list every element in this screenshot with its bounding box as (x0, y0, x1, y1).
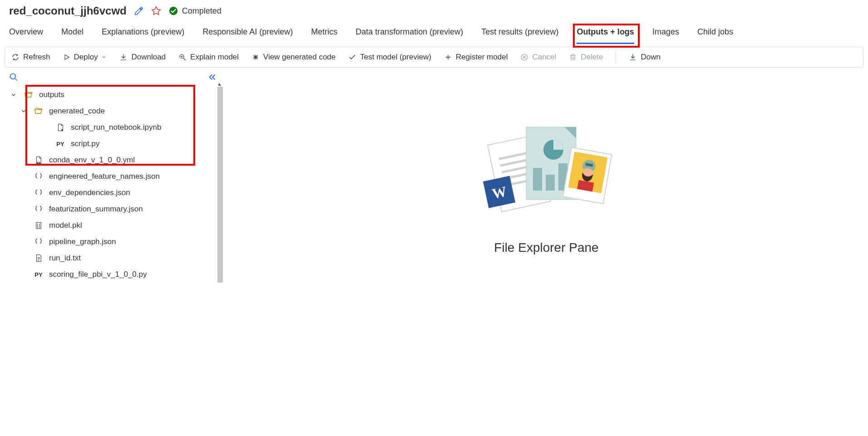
download-all-button[interactable]: Down (629, 53, 660, 62)
tree-label: engineered_feature_names.json (49, 172, 160, 181)
svg-point-16 (10, 74, 16, 79)
svg-rect-21 (36, 222, 41, 229)
test-model-button[interactable]: Test model (preview) (348, 53, 431, 62)
star-icon[interactable] (151, 6, 161, 16)
svg-rect-39 (546, 175, 555, 191)
tree-file-model[interactable]: model.pkl (0, 217, 225, 234)
tree-file-scoring[interactable]: PY scoring_file_pbi_v_1_0_0.py (0, 266, 225, 283)
file-tree-sidebar: ▲ outputs generated_code script_run_no (0, 68, 225, 283)
main-content: W (225, 68, 868, 283)
tree-file-scriptpy[interactable]: PY script.py (0, 136, 225, 152)
svg-marker-0 (152, 7, 160, 15)
job-header: red_coconut_jjh6vcwd Completed (0, 0, 868, 22)
download-button[interactable]: Download (119, 53, 166, 62)
svg-line-17 (15, 78, 17, 80)
collapse-panel-icon[interactable] (207, 72, 217, 82)
tree-folder-outputs[interactable]: outputs (0, 87, 225, 103)
toolbar-divider (616, 51, 616, 64)
tree-label: run_id.txt (49, 254, 81, 263)
json-icon (34, 205, 44, 214)
folder-open-icon (24, 90, 34, 99)
tree-file-pipeline[interactable]: pipeline_graph.json (0, 234, 225, 250)
tab-images[interactable]: Images (652, 27, 679, 43)
refresh-button[interactable]: Refresh (11, 53, 50, 62)
tree-file-env-dep[interactable]: env_dependencies.json (0, 185, 225, 201)
main-title: File Explorer Pane (494, 240, 598, 255)
tree-label: scoring_file_pbi_v_1_0_0.py (49, 270, 147, 279)
py-file-icon: PY (34, 271, 44, 278)
toolbar: Refresh Deploy Download Explain model Vi… (5, 47, 863, 68)
file-icon (34, 156, 44, 164)
svg-point-19 (37, 162, 38, 163)
svg-point-18 (61, 129, 63, 131)
tree-label: pipeline_graph.json (49, 237, 116, 246)
tab-overview[interactable]: Overview (9, 27, 43, 43)
view-generated-code-button[interactable]: View generated code (252, 53, 335, 62)
tree-label: model.pkl (49, 221, 82, 230)
file-notebook-icon (55, 123, 65, 132)
tree-label: script_run_notebook.ipynb (71, 123, 161, 132)
tree-label: env_dependencies.json (49, 188, 130, 197)
delete-button: Delete (569, 53, 603, 62)
folder-open-icon (34, 107, 44, 116)
tab-outputs-logs[interactable]: Outputs + logs (577, 27, 634, 43)
deploy-button[interactable]: Deploy (63, 53, 107, 62)
search-icon[interactable] (9, 73, 18, 82)
tab-explanations[interactable]: Explanations (preview) (102, 27, 184, 43)
file-explorer-illustration: W (474, 122, 619, 227)
status-text: Completed (182, 6, 222, 16)
explain-model-button[interactable]: Explain model (178, 53, 239, 62)
binary-file-icon (34, 221, 44, 230)
tree-file-notebook[interactable]: script_run_notebook.ipynb (0, 119, 225, 136)
register-model-button[interactable]: Register model (444, 53, 508, 62)
status-badge: Completed (168, 6, 222, 16)
chevron-down-icon (101, 54, 107, 60)
scrollbar-thumb[interactable] (217, 87, 223, 283)
edit-icon[interactable] (134, 6, 144, 16)
tree-file-runid[interactable]: run_id.txt (0, 250, 225, 266)
tree-folder-generated-code[interactable]: generated_code (0, 103, 225, 119)
json-icon (34, 172, 44, 181)
svg-point-20 (39, 162, 40, 163)
json-icon (34, 188, 44, 197)
tree-label: generated_code (49, 107, 105, 116)
tab-metrics[interactable]: Metrics (311, 27, 337, 43)
text-file-icon (34, 254, 44, 262)
py-file-icon: PY (55, 141, 65, 147)
tab-data-transformation[interactable]: Data transformation (preview) (355, 27, 463, 43)
file-tree: ▲ outputs generated_code script_run_no (0, 85, 225, 283)
tree-file-feat-sum[interactable]: featurization_summary.json (0, 201, 225, 217)
tab-responsible-ai[interactable]: Responsible AI (preview) (202, 27, 293, 43)
svg-line-4 (183, 58, 186, 60)
job-title: red_coconut_jjh6vcwd (9, 5, 127, 17)
tree-label: featurization_summary.json (49, 205, 143, 214)
tree-file-conda[interactable]: conda_env_v_1_0_0.yml (0, 152, 225, 168)
tab-bar: Overview Model Explanations (preview) Re… (0, 22, 868, 43)
svg-marker-2 (65, 55, 69, 60)
tab-model[interactable]: Model (61, 27, 84, 43)
tree-label: script.py (71, 139, 99, 148)
svg-rect-38 (533, 168, 542, 191)
tree-file-eng-feat[interactable]: engineered_feature_names.json (0, 168, 225, 185)
tree-label: conda_env_v_1_0_0.yml (49, 156, 135, 165)
cancel-button: Cancel (520, 53, 556, 62)
tree-label: outputs (39, 90, 64, 99)
scroll-up-icon[interactable]: ▲ (217, 81, 222, 87)
tab-child-jobs[interactable]: Child jobs (697, 27, 733, 43)
tab-test-results[interactable]: Test results (preview) (481, 27, 558, 43)
json-icon (34, 237, 44, 246)
